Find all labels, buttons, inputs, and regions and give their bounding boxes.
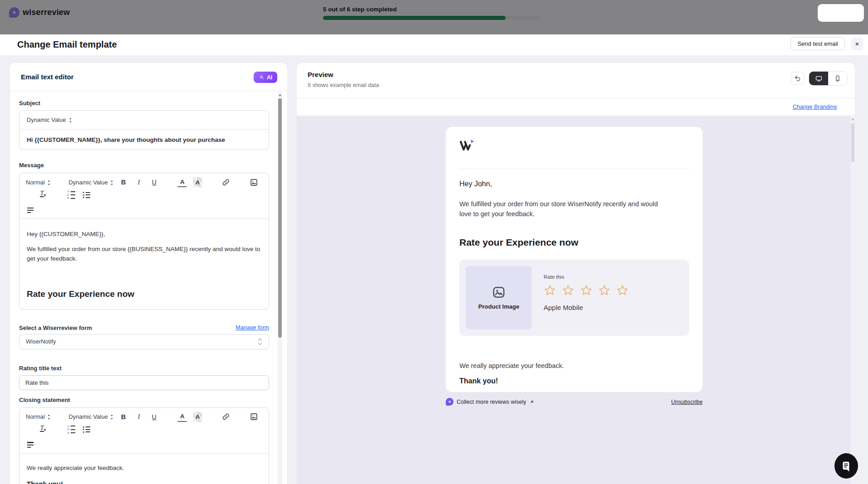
underline-button[interactable]: U (149, 412, 159, 422)
bold-button[interactable]: B (119, 412, 128, 422)
email-greeting: Hey John, (459, 180, 689, 188)
subject-input[interactable]: Hi {{CUSTOMER_NAME}}, share your thought… (19, 130, 269, 150)
dynamic-value-select[interactable]: Dynamic Value ▴▾ (68, 179, 112, 186)
updown-icon: ▴▾ (69, 116, 71, 123)
image-icon (492, 286, 506, 299)
clear-formatting-button[interactable]: Tx (39, 190, 48, 200)
manage-form-link[interactable]: Manage form (236, 324, 269, 331)
bold-button[interactable]: B (119, 177, 128, 187)
close-icon: × (855, 40, 859, 48)
align-left-icon (27, 442, 34, 448)
ai-button[interactable]: AI (254, 72, 277, 83)
highlight-color-button[interactable]: A (193, 177, 202, 187)
change-branding-link[interactable]: Change Branding (793, 104, 837, 110)
topbar-account-button[interactable] (818, 4, 864, 22)
editor-header: Email text editor AI (10, 63, 287, 91)
link-button[interactable] (221, 177, 230, 187)
bullet-list-button[interactable] (82, 425, 91, 435)
modal-title: Change Email template (17, 39, 117, 50)
closing-p1: We really appreciate your feedback. (27, 464, 261, 473)
screen: ★ wiserreview 5 out of 6 step completed … (0, 0, 868, 484)
closing-p2: Thank you! (27, 479, 261, 484)
ordered-list-button[interactable]: 1 2 3 (67, 190, 76, 200)
link-button[interactable] (221, 412, 230, 422)
send-test-email-button[interactable]: Send test email (791, 37, 845, 50)
branding-row: Change Branding (297, 98, 855, 116)
preview-subtitle: It shows example email data (308, 82, 379, 88)
email-preview-card: Hey John, We fulfilled your order from o… (446, 127, 703, 392)
italic-button[interactable]: I (134, 412, 143, 422)
product-name: Apple Mobile (544, 304, 629, 311)
preview-header: Preview It shows example email data (297, 63, 855, 98)
message-label: Message (19, 162, 269, 169)
message-heading: Rate your Experience now (27, 289, 261, 299)
form-label: Select a Wiserreview form (19, 324, 92, 331)
clear-formatting-button[interactable]: Tx (39, 425, 48, 435)
ordered-list-button[interactable]: 1 2 3 (67, 425, 76, 435)
scrollbar-thumb[interactable] (851, 123, 854, 162)
star-icon (598, 284, 611, 297)
text-color-button[interactable]: A (178, 412, 187, 422)
message-p2: We fulfilled your order from our store {… (27, 245, 261, 264)
message-p1: Hey {{CUSTOMER_NAME}}, (27, 230, 261, 239)
email-body: We fulfilled your order from our store W… (459, 199, 664, 219)
subject-dynamic-value-select[interactable]: Dynamic Value ▴▾ (19, 111, 269, 130)
scrollbar-thumb[interactable] (278, 98, 282, 338)
rating-title-label: Rating title text (19, 365, 269, 372)
desktop-icon (815, 75, 823, 82)
star-icon (616, 284, 629, 297)
italic-button[interactable]: I (134, 177, 143, 187)
rate-this-label: Rate this (544, 274, 629, 280)
highlight-color-button[interactable]: A (193, 412, 202, 422)
email-thanks: Thank you! (459, 377, 689, 385)
star-icon (544, 284, 556, 297)
underline-button[interactable]: U (149, 177, 159, 187)
align-left-button[interactable] (26, 440, 35, 450)
star-icon (562, 284, 574, 297)
rating-title-input[interactable] (19, 375, 269, 390)
sparkle-icon (259, 74, 265, 80)
scroll-up-icon[interactable]: ▲ (278, 93, 282, 97)
desktop-view-button[interactable] (809, 72, 828, 85)
scroll-up-icon[interactable]: ▲ (851, 117, 855, 121)
editor-title: Email text editor (21, 73, 74, 81)
link-icon (222, 179, 230, 186)
closing-toolbar: Normal ▴▾ Dynamic Value ▴▾ B I U (19, 408, 269, 454)
closing-body-editor[interactable]: We really appreciate your feedback. Than… (19, 454, 269, 484)
image-icon (250, 413, 258, 421)
bullet-list-icon (83, 192, 90, 198)
email-heading: Rate your Experience now (459, 237, 689, 248)
updown-icon: ▴▾ (48, 179, 50, 186)
modal-header: Change Email template Send test email × (0, 34, 868, 55)
insert-image-button[interactable] (249, 177, 258, 187)
close-modal-button[interactable]: × (851, 38, 863, 50)
product-image-label: Product Image (478, 303, 519, 310)
editor-scroll-area: Subject Dynamic Value ▴▾ Hi {{CUSTOMER_N… (10, 92, 287, 484)
star-rating (544, 284, 629, 297)
chat-icon (840, 460, 852, 472)
editor-scrollbar[interactable]: ▲ ▼ (278, 92, 282, 484)
message-body-editor[interactable]: Hey {{CUSTOMER_NAME}}, We fulfilled your… (19, 219, 269, 309)
text-color-button[interactable]: A (178, 177, 187, 187)
paragraph-style-select[interactable]: Normal ▴▾ (26, 179, 49, 186)
product-image-placeholder: Product Image (466, 266, 532, 329)
bullet-list-icon (83, 426, 90, 433)
insert-image-button[interactable] (249, 412, 258, 422)
external-arrow-icon (530, 400, 534, 404)
align-left-button[interactable] (26, 205, 35, 215)
rating-widget: Product Image Rate this Apple Mobile (459, 260, 689, 336)
chat-launcher-button[interactable] (834, 453, 858, 479)
preview-scrollbar[interactable]: ▲ (851, 116, 855, 484)
dynamic-value-select[interactable]: Dynamic Value ▴▾ (68, 413, 112, 420)
image-icon (250, 179, 258, 186)
change-email-template-modal: Change Email template Send test email × … (0, 34, 868, 484)
bullet-list-button[interactable] (82, 190, 91, 200)
undo-button[interactable] (791, 72, 805, 85)
mobile-view-button[interactable] (828, 72, 847, 85)
link-icon (222, 413, 230, 421)
ordered-list-icon: 1 2 3 (67, 425, 75, 434)
mobile-icon (834, 75, 841, 82)
paragraph-style-select[interactable]: Normal ▴▾ (26, 413, 49, 420)
form-select[interactable]: WiserNotify (19, 334, 269, 349)
updown-icon: ▴▾ (111, 179, 113, 186)
